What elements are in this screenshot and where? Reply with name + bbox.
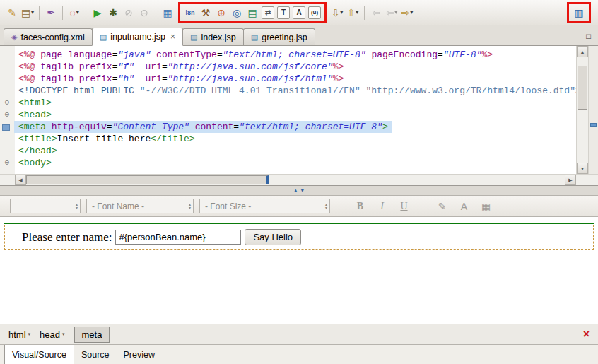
spinner-icon[interactable]: ▴▾ — [189, 203, 191, 210]
new-wizard-icon[interactable]: ✎ — [4, 5, 20, 20]
code-line[interactable]: <%@ taglib prefix="h" uri="http://java.s… — [0, 73, 576, 85]
spinner-icon[interactable]: ▴▾ — [325, 203, 327, 210]
name-input[interactable] — [115, 230, 241, 245]
close-selection-bar-icon[interactable]: × — [583, 329, 590, 340]
toolbar-group: ✎▤▾✒◌▾▶✱⊘⊖▦ — [4, 5, 175, 20]
horizontal-scrollbar[interactable]: ◀ ▶ — [0, 174, 598, 185]
say-hello-button[interactable]: Say Hello — [245, 229, 301, 245]
editor-tab-greeting-jsp[interactable]: ▤greeting.jsp — [243, 28, 315, 45]
chevron-down-icon[interactable]: ▾ — [28, 331, 31, 337]
next-annotation-icon[interactable]: ⇩▾ — [329, 5, 345, 20]
code-line[interactable]: <title>Insert title here</title> — [0, 133, 576, 145]
import-resource-icon[interactable]: ▤ — [245, 5, 260, 20]
dropdown-arrow-icon[interactable]: ▾ — [340, 9, 343, 16]
skip-breakpoints-icon[interactable]: ⊘ — [121, 5, 136, 20]
back-icon[interactable]: ⇦▾ — [384, 5, 399, 20]
selection-bar-item-head[interactable]: head▾ — [40, 329, 64, 340]
code-line[interactable]: <!DOCTYPE html PUBLIC "-//W3C//DTD HTML … — [0, 85, 576, 97]
editor-tab-index-jsp[interactable]: ▤index.jsp — [182, 28, 244, 45]
code-line[interactable]: ⊖<html> — [0, 97, 576, 109]
spellcheck-tile-icon[interactable]: A — [293, 6, 305, 19]
file-icon: ▤ — [100, 33, 107, 42]
previous-annotation-icon[interactable]: ⇧▾ — [345, 5, 360, 20]
fold-toggle-icon[interactable]: ⊖ — [0, 157, 14, 169]
body-top-rule — [4, 223, 594, 224]
dropdown-arrow-icon[interactable]: ▾ — [31, 9, 34, 16]
block-format-select[interactable]: ▴▾ — [10, 199, 81, 213]
sash-down-icon[interactable]: ▾ — [301, 187, 305, 194]
highlight-color-icon[interactable]: ✎ — [434, 199, 450, 214]
editor-tab-faces-config-xml[interactable]: ◈faces-config.xml — [4, 28, 93, 45]
record-icon[interactable]: ◌▾ — [66, 5, 82, 20]
code-line[interactable]: <%@ page language="java" contentType="te… — [0, 49, 576, 61]
find-page-icon[interactable]: ◎ — [229, 5, 245, 20]
underline-button[interactable]: U — [396, 199, 412, 214]
code-line[interactable]: <meta http-equiv="Content-Type" content=… — [0, 121, 576, 133]
code-line[interactable]: ⊖<head> — [0, 109, 576, 121]
font-name-select[interactable]: - Font Name - ▴▾ — [86, 199, 194, 213]
page-tab-source[interactable]: Source — [74, 345, 117, 364]
editor-tab-inputname-jsp[interactable]: ▤inputname.jsp× — [92, 28, 183, 46]
pane-splitter[interactable]: ▴ ▾ — [0, 186, 598, 196]
tab-label: greeting.jsp — [262, 33, 307, 42]
fold-toggle-icon[interactable]: ⊖ — [0, 109, 14, 121]
code-area[interactable]: <%@ page language="java" contentType="te… — [0, 46, 576, 174]
chevron-down-icon[interactable]: ▾ — [62, 331, 65, 337]
close-tab-icon[interactable]: × — [170, 32, 175, 42]
scroll-up-icon[interactable]: ▲ — [577, 46, 588, 57]
toolbar-group: ⇩▾⇧▾⇦⇦▾⇨▾ — [329, 5, 415, 20]
source-editor-pane: <%@ page language="java" contentType="te… — [0, 46, 598, 186]
dropdown-arrow-icon[interactable]: ▾ — [410, 9, 413, 16]
scroll-down-icon[interactable]: ▼ — [577, 163, 588, 174]
code-line[interactable]: ⊖<body> — [0, 157, 576, 169]
code-line[interactable]: <%@ taglib prefix="f" uri="http://java.s… — [0, 61, 576, 73]
dropdown-arrow-icon[interactable]: ▾ — [394, 9, 397, 16]
gutter-cell — [0, 73, 14, 85]
hscroll-thumb[interactable] — [26, 175, 269, 184]
paintbrush-icon[interactable]: ✒ — [43, 5, 59, 20]
palette-grid-icon[interactable]: ▦ — [160, 5, 175, 20]
open-file-icon[interactable]: ▤▾ — [20, 5, 35, 20]
page-tab-preview[interactable]: Preview — [117, 345, 162, 364]
minimize-icon[interactable]: — — [572, 33, 580, 40]
i18n-icon[interactable]: i8n — [182, 5, 198, 20]
font-color-icon[interactable]: A — [456, 199, 472, 214]
italic-button[interactable]: I — [374, 199, 390, 214]
show-selection-bar-icon[interactable]: ▥ — [571, 5, 587, 20]
vscroll-thumb[interactable] — [578, 66, 587, 110]
font-size-select[interactable]: - Font Size - ▴▾ — [199, 199, 330, 213]
swap-tile-icon[interactable]: ⇄ — [262, 6, 274, 19]
highlighted-toolbar-group: i8n⚒⊕◎▤⇄TA(u) — [178, 2, 327, 23]
suspend-icon[interactable]: ⊖ — [136, 5, 152, 20]
source-editor-main: <%@ page language="java" contentType="te… — [0, 46, 598, 174]
debug-icon[interactable]: ✱ — [105, 5, 121, 20]
selection-bar-item-meta[interactable]: meta — [74, 327, 110, 343]
repair-hammer-icon[interactable]: ⚒ — [198, 5, 213, 20]
bold-button[interactable]: B — [352, 199, 368, 214]
dropdown-arrow-icon[interactable]: ▾ — [356, 9, 358, 16]
hscroll-corner — [576, 175, 598, 185]
spinner-icon[interactable]: ▴▾ — [76, 203, 78, 210]
selection-bar-item-html[interactable]: html▾ — [8, 329, 30, 340]
fold-toggle-icon[interactable]: ⊖ — [0, 97, 14, 109]
sash-up-icon[interactable]: ▴ — [294, 187, 298, 194]
run-icon[interactable]: ▶ — [90, 5, 105, 20]
web-refresh-icon[interactable]: ⊕ — [213, 5, 229, 20]
vscroll-track[interactable] — [577, 57, 588, 163]
last-edit-location-icon[interactable]: ⇦ — [368, 5, 384, 20]
unicode-tile-icon[interactable]: (u) — [308, 6, 321, 19]
code-line[interactable]: </head> — [0, 145, 576, 157]
vertical-scrollbar[interactable]: ▲ ▼ — [576, 46, 588, 174]
element-label: head — [40, 329, 60, 340]
scroll-right-icon[interactable]: ▶ — [565, 175, 576, 185]
hscroll-track[interactable] — [26, 175, 565, 185]
forward-icon[interactable]: ⇨▾ — [399, 5, 415, 20]
page-tab-visual-source[interactable]: Visual/Source — [4, 345, 74, 364]
visual-editor-pane[interactable]: Please enter name: Say Hello — [0, 217, 598, 324]
annotation-marker[interactable] — [590, 123, 597, 127]
insert-table-icon[interactable]: ▦ — [478, 199, 494, 214]
scroll-left-icon[interactable]: ◀ — [15, 175, 26, 185]
maximize-icon[interactable]: □ — [586, 33, 591, 40]
text-tile-icon[interactable]: T — [277, 6, 290, 19]
dropdown-arrow-icon[interactable]: ▾ — [76, 9, 79, 16]
